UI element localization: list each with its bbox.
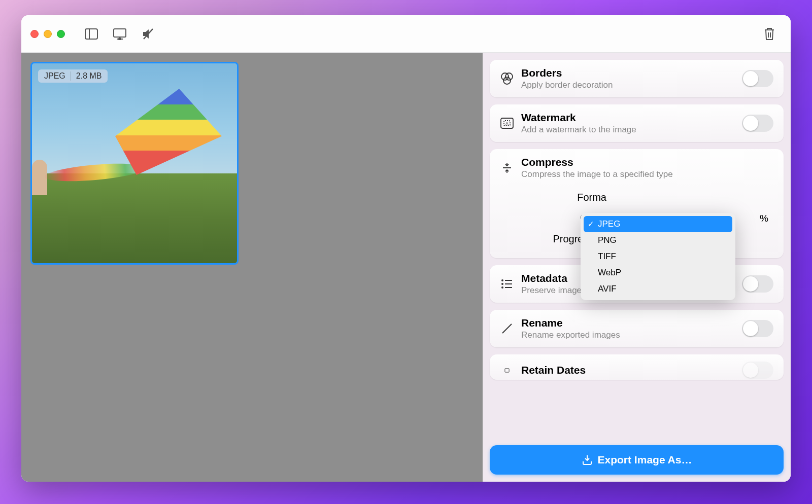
svg-rect-2 bbox=[114, 29, 126, 37]
thumbnail-size: 2.8 MB bbox=[76, 71, 102, 81]
watermark-sub: Add a watermark to the image bbox=[521, 125, 735, 135]
zoom-button[interactable] bbox=[57, 30, 65, 38]
compress-title: Compress bbox=[521, 156, 773, 168]
close-button[interactable] bbox=[30, 30, 39, 38]
format-dropdown[interactable]: JPEG PNG TIFF WebP AVIF bbox=[581, 213, 735, 300]
options-sidebar: Borders Apply border decoration A Waterm… bbox=[483, 53, 791, 482]
preview-area: JPEG 2.8 MB bbox=[21, 53, 483, 482]
quality-value-suffix: % bbox=[760, 213, 768, 224]
svg-point-4 bbox=[119, 38, 121, 40]
retain-dates-icon bbox=[500, 368, 514, 373]
dropdown-option-webp[interactable]: WebP bbox=[584, 265, 732, 281]
watermark-toggle[interactable] bbox=[742, 115, 773, 132]
content-area: JPEG 2.8 MB Borders Apply border decorat… bbox=[21, 53, 791, 482]
svg-text:A: A bbox=[505, 121, 509, 126]
compress-sub: Compress the image to a specified type bbox=[521, 169, 773, 179]
rename-icon bbox=[500, 322, 514, 335]
dropdown-option-jpeg[interactable]: JPEG bbox=[584, 216, 732, 232]
format-label: Forma bbox=[500, 192, 606, 203]
export-icon bbox=[582, 454, 593, 465]
svg-rect-0 bbox=[85, 29, 97, 39]
compress-icon bbox=[500, 162, 514, 174]
watermark-title: Watermark bbox=[521, 112, 735, 124]
watermark-card: A Watermark Add a watermark to the image bbox=[490, 104, 784, 142]
retain-dates-toggle[interactable] bbox=[742, 362, 773, 379]
thumbnail-badge: JPEG 2.8 MB bbox=[38, 69, 108, 83]
svg-line-18 bbox=[502, 324, 512, 333]
metadata-toggle[interactable] bbox=[742, 275, 773, 293]
svg-rect-19 bbox=[505, 369, 509, 372]
svg-rect-17 bbox=[505, 287, 512, 288]
dropdown-option-png[interactable]: PNG bbox=[584, 232, 732, 248]
svg-point-6 bbox=[501, 73, 509, 80]
display-icon bbox=[113, 28, 127, 40]
svg-point-12 bbox=[501, 279, 503, 281]
borders-toggle[interactable] bbox=[742, 70, 773, 87]
svg-rect-13 bbox=[505, 280, 512, 281]
retain-dates-card: Retain Dates bbox=[490, 354, 784, 380]
rename-sub: Rename exported images bbox=[521, 330, 735, 340]
dropdown-option-tiff[interactable]: TIFF bbox=[584, 248, 732, 265]
app-window: JPEG 2.8 MB Borders Apply border decorat… bbox=[21, 15, 791, 482]
sidebar-icon bbox=[85, 28, 98, 40]
window-controls bbox=[30, 30, 65, 38]
retain-dates-title: Retain Dates bbox=[521, 364, 735, 376]
rename-title: Rename bbox=[521, 317, 735, 329]
svg-point-8 bbox=[503, 77, 511, 84]
image-thumbnail[interactable]: JPEG 2.8 MB bbox=[30, 62, 239, 265]
dropdown-option-avif[interactable]: AVIF bbox=[584, 281, 732, 297]
toolbar bbox=[21, 15, 791, 53]
mute-button[interactable] bbox=[136, 24, 160, 44]
borders-card: Borders Apply border decoration bbox=[490, 60, 784, 97]
borders-title: Borders bbox=[521, 67, 735, 79]
svg-rect-15 bbox=[505, 283, 512, 284]
trash-icon bbox=[763, 27, 775, 41]
watermark-icon: A bbox=[500, 118, 514, 129]
display-button[interactable] bbox=[108, 24, 132, 44]
sidebar-toggle-button[interactable] bbox=[79, 24, 104, 44]
borders-icon bbox=[500, 72, 514, 85]
svg-point-7 bbox=[505, 73, 513, 80]
minimize-button[interactable] bbox=[44, 30, 52, 38]
svg-point-14 bbox=[501, 283, 503, 285]
svg-point-16 bbox=[501, 286, 503, 289]
export-button[interactable]: Export Image As… bbox=[490, 445, 784, 475]
borders-sub: Apply border decoration bbox=[521, 80, 735, 90]
thumbnail-format: JPEG bbox=[44, 71, 65, 81]
metadata-icon bbox=[500, 279, 514, 289]
export-label: Export Image As… bbox=[598, 454, 692, 466]
trash-button[interactable] bbox=[757, 24, 782, 44]
rename-toggle[interactable] bbox=[742, 320, 773, 337]
rename-card: Rename Rename exported images bbox=[490, 310, 784, 347]
speaker-muted-icon bbox=[142, 28, 155, 40]
